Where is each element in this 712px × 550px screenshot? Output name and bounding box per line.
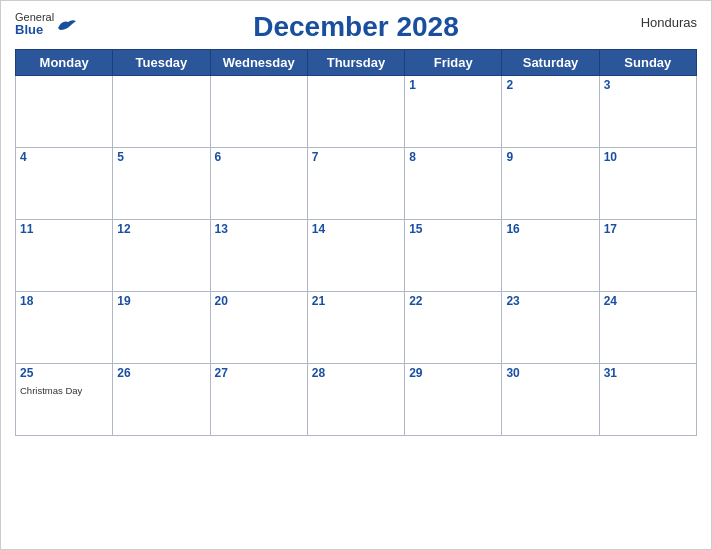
day-number: 28: [312, 366, 400, 380]
calendar-cell: 21: [307, 292, 404, 364]
day-number: 17: [604, 222, 692, 236]
calendar-week-row: 25Christmas Day262728293031: [16, 364, 697, 436]
day-number: 6: [215, 150, 303, 164]
day-number: 25: [20, 366, 108, 380]
day-number: 5: [117, 150, 205, 164]
calendar-cell: [210, 76, 307, 148]
day-number: 12: [117, 222, 205, 236]
day-number: 8: [409, 150, 497, 164]
calendar-cell: 3: [599, 76, 696, 148]
calendar-cell: 6: [210, 148, 307, 220]
calendar-cell: 13: [210, 220, 307, 292]
calendar-cell: [113, 76, 210, 148]
calendar-container: General Blue December 2028 Honduras Mond…: [0, 0, 712, 550]
calendar-cell: 27: [210, 364, 307, 436]
day-number: 30: [506, 366, 594, 380]
day-number: 26: [117, 366, 205, 380]
day-number: 23: [506, 294, 594, 308]
calendar-cell: 17: [599, 220, 696, 292]
weekday-header-thursday: Thursday: [307, 50, 404, 76]
day-number: 14: [312, 222, 400, 236]
calendar-cell: 20: [210, 292, 307, 364]
calendar-cell: 24: [599, 292, 696, 364]
weekday-header-saturday: Saturday: [502, 50, 599, 76]
calendar-cell: 23: [502, 292, 599, 364]
calendar-cell: 25Christmas Day: [16, 364, 113, 436]
month-title: December 2028: [253, 11, 458, 43]
day-number: 29: [409, 366, 497, 380]
calendar-cell: 26: [113, 364, 210, 436]
day-number: 16: [506, 222, 594, 236]
calendar-week-row: 45678910: [16, 148, 697, 220]
calendar-cell: 16: [502, 220, 599, 292]
calendar-cell: 22: [405, 292, 502, 364]
calendar-cell: 14: [307, 220, 404, 292]
calendar-cell: 8: [405, 148, 502, 220]
day-number: 21: [312, 294, 400, 308]
weekday-header-monday: Monday: [16, 50, 113, 76]
day-number: 27: [215, 366, 303, 380]
calendar-week-row: 18192021222324: [16, 292, 697, 364]
country-label: Honduras: [641, 15, 697, 30]
day-number: 20: [215, 294, 303, 308]
day-number: 18: [20, 294, 108, 308]
calendar-cell: 11: [16, 220, 113, 292]
day-number: 1: [409, 78, 497, 92]
day-number: 4: [20, 150, 108, 164]
calendar-header: General Blue December 2028 Honduras: [15, 11, 697, 43]
day-number: 31: [604, 366, 692, 380]
calendar-cell: 31: [599, 364, 696, 436]
day-number: 22: [409, 294, 497, 308]
calendar-cell: 18: [16, 292, 113, 364]
weekday-header-row: MondayTuesdayWednesdayThursdayFridaySatu…: [16, 50, 697, 76]
day-number: 11: [20, 222, 108, 236]
calendar-cell: 12: [113, 220, 210, 292]
calendar-cell: [16, 76, 113, 148]
day-number: 24: [604, 294, 692, 308]
day-number: 3: [604, 78, 692, 92]
day-number: 7: [312, 150, 400, 164]
calendar-cell: 9: [502, 148, 599, 220]
weekday-header-tuesday: Tuesday: [113, 50, 210, 76]
calendar-cell: 5: [113, 148, 210, 220]
calendar-week-row: 11121314151617: [16, 220, 697, 292]
calendar-cell: 1: [405, 76, 502, 148]
calendar-table: MondayTuesdayWednesdayThursdayFridaySatu…: [15, 49, 697, 436]
day-number: 10: [604, 150, 692, 164]
day-number: 19: [117, 294, 205, 308]
calendar-cell: 29: [405, 364, 502, 436]
calendar-cell: 30: [502, 364, 599, 436]
logo-blue: Blue: [15, 23, 54, 37]
calendar-cell: 2: [502, 76, 599, 148]
day-number: 13: [215, 222, 303, 236]
calendar-cell: 28: [307, 364, 404, 436]
weekday-header-sunday: Sunday: [599, 50, 696, 76]
day-event: Christmas Day: [20, 385, 82, 396]
calendar-cell: 4: [16, 148, 113, 220]
day-number: 15: [409, 222, 497, 236]
calendar-cell: 7: [307, 148, 404, 220]
calendar-cell: 10: [599, 148, 696, 220]
logo-area: General Blue: [15, 11, 78, 37]
logo-bird-icon: [56, 18, 78, 32]
day-number: 9: [506, 150, 594, 164]
calendar-week-row: 123: [16, 76, 697, 148]
weekday-header-friday: Friday: [405, 50, 502, 76]
day-number: 2: [506, 78, 594, 92]
weekday-header-wednesday: Wednesday: [210, 50, 307, 76]
calendar-cell: 19: [113, 292, 210, 364]
calendar-cell: [307, 76, 404, 148]
calendar-cell: 15: [405, 220, 502, 292]
